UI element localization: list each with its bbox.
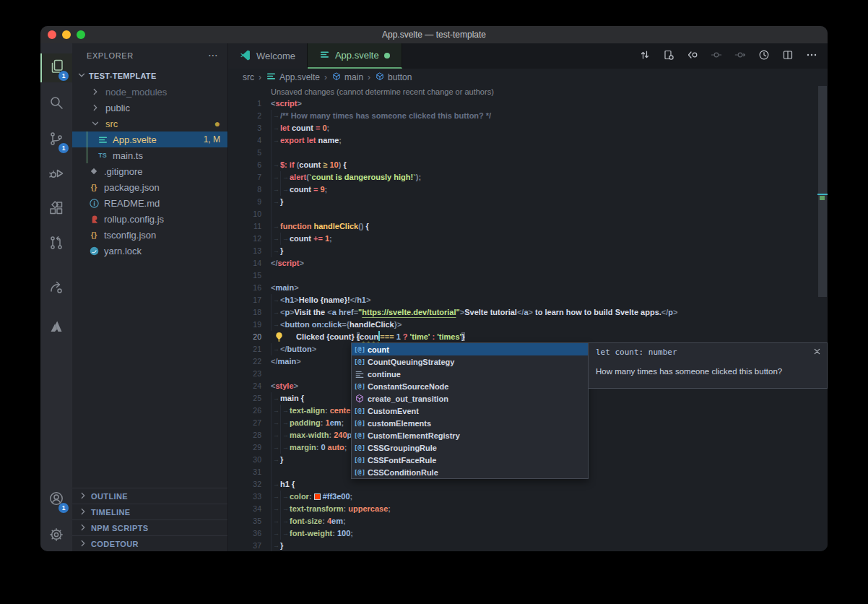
activity-item-accounts[interactable]: 1 (40, 486, 72, 514)
tree-item-src[interactable]: src● (72, 116, 227, 131)
tree-item-tsconfig-json[interactable]: {}tsconfig.json (72, 227, 227, 243)
previous-change-icon[interactable] (711, 49, 722, 64)
suggestion-item-customevent[interactable]: [@]CustomEvent (352, 405, 588, 417)
run-icon[interactable] (758, 49, 770, 64)
close-window-button[interactable] (48, 30, 56, 39)
code-line-12[interactable]: 12→→count += 1; (228, 233, 828, 245)
code-line-5[interactable]: 5 (228, 147, 828, 159)
tree-item-yarn-lock[interactable]: yarn.lock (72, 243, 227, 259)
activity-item-search[interactable] (40, 90, 72, 118)
tab-welcome[interactable]: Welcome (228, 43, 308, 69)
breadcrumb-item-main[interactable]: main (331, 72, 363, 84)
activity-item-source-control[interactable]: 1 (40, 126, 72, 155)
code-line-17[interactable]: 17→<h1>Hello {name}!</h1> (228, 294, 828, 306)
tree-item-label: rollup.config.js (104, 214, 164, 225)
line-number: 23 (228, 368, 261, 380)
code-line-15[interactable]: 15 (228, 269, 828, 282)
tree-item-app-svelte[interactable]: App.svelte1, M (72, 131, 227, 147)
tree-item-main-ts[interactable]: TSmain.ts (72, 147, 227, 163)
code-line-18[interactable]: 18→<p>Visit the <a href="https://svelte.… (228, 306, 828, 319)
next-change-icon[interactable] (734, 49, 746, 64)
explorer-more-actions-icon[interactable]: ⋯ (208, 49, 219, 61)
unsaved-dot-icon[interactable] (384, 53, 390, 59)
line-number: 15 (228, 269, 261, 282)
suggest-doc: How many times has someone clicked this … (589, 357, 827, 376)
activity-item-extensions[interactable] (40, 195, 72, 224)
tree-item--gitignore[interactable]: .gitignore (72, 163, 227, 179)
code-line-19[interactable]: 19→<button on:click={handleClick}> (228, 319, 828, 331)
suggestion-item-create_out_transition[interactable]: create_out_transition (352, 392, 588, 405)
more-actions-icon[interactable] (806, 49, 817, 64)
tab-app-svelte[interactable]: App.svelte (308, 43, 402, 69)
code-line-9[interactable]: 9→} (228, 196, 828, 208)
activity-item-explorer[interactable]: 1 (40, 53, 72, 82)
tree-item-rollup-config-js[interactable]: rollup.config.js (72, 211, 227, 227)
zoom-window-button[interactable] (77, 30, 85, 39)
suggestion-item-continue[interactable]: continue (352, 368, 588, 380)
code-line-2[interactable]: 2→/** How many times has someone clicked… (228, 110, 828, 122)
suggestion-item-constantsourcenode[interactable]: [@]ConstantSourceNode (352, 380, 588, 392)
code-line-20[interactable]: 20Clicked {count} {coun=== 1 ? 'time' : … (228, 331, 828, 343)
code-line-33[interactable]: 33→→color: #ff3e00; (228, 491, 828, 503)
code-line-35[interactable]: 35→→font-size: 4em; (228, 515, 828, 527)
breadcrumb-item-src[interactable]: src (243, 72, 254, 82)
code-line-34[interactable]: 34→→text-transform: uppercase; (228, 503, 828, 515)
suggestion-item-customelements[interactable]: [@]customElements (352, 417, 588, 429)
code-line-13[interactable]: 13→} (228, 245, 828, 257)
section-header-outline[interactable]: OUTLINE (72, 488, 227, 504)
activity-item-live-share[interactable] (40, 275, 72, 303)
suggestion-item-cssgroupingrule[interactable]: [@]CSSGroupingRule (352, 441, 588, 454)
breadcrumb-item-app-svelte[interactable]: App.svelte (266, 71, 320, 84)
code-line-3[interactable]: 3→let count = 0; (228, 122, 828, 134)
code-line-6[interactable]: 6→$: if (count ≥ 10) { (228, 159, 828, 171)
open-changes-icon[interactable] (663, 49, 674, 64)
code-line-10[interactable]: 10 (228, 208, 828, 220)
code-line-11[interactable]: 11→function handleClick() { (228, 220, 828, 233)
code-line-32[interactable]: 32→h1 { (228, 478, 828, 491)
toggle-blame-icon[interactable] (639, 49, 651, 64)
line-number: 21 (228, 343, 261, 355)
tree-root-test-template[interactable]: TEST-TEMPLATE (72, 68, 227, 84)
activity-item-settings[interactable] (40, 522, 72, 551)
line-number: 2 (228, 110, 261, 122)
suggest-signature: let count: number (589, 343, 827, 357)
activity-item-github-pull-requests[interactable] (40, 230, 72, 259)
color-swatch[interactable] (314, 493, 321, 500)
line-number: 30 (228, 454, 261, 466)
suggestion-item-count[interactable]: [@]count (352, 343, 588, 355)
tree-item-node-modules[interactable]: node_modules (72, 84, 227, 100)
suggestion-item-countqueuingstrategy[interactable]: [@]CountQueuingStrategy (352, 355, 588, 368)
code-line-7[interactable]: 7→→alert(`count is dangerously high!`); (228, 171, 828, 184)
code-line-4[interactable]: 4→export let name; (228, 134, 828, 147)
section-header-npm-scripts[interactable]: NPM SCRIPTS (72, 519, 227, 535)
activity-item-run-and-debug[interactable] (40, 160, 72, 189)
suggest-detail-panel: let count: number How many times has som… (589, 342, 828, 389)
code-editor[interactable]: Unsaved changes (cannot determine recent… (228, 86, 828, 551)
suggestion-item-cssconditionrule[interactable]: [@]CSSConditionRule (352, 466, 588, 478)
editor-scrollbar[interactable] (817, 86, 828, 551)
code-line-36[interactable]: 36→→font-weight: 100; (228, 527, 828, 540)
split-editor-icon[interactable] (782, 49, 794, 64)
lightbulb-icon[interactable] (274, 332, 285, 342)
titlebar[interactable]: App.svelte — test-template (40, 26, 828, 43)
activity-item-azure[interactable] (40, 314, 72, 342)
section-header-codetour[interactable]: CODETOUR (72, 535, 227, 551)
close-icon[interactable] (812, 346, 823, 356)
breadcrumb-item-button[interactable]: button (375, 72, 412, 84)
scrollbar-slider[interactable] (818, 86, 827, 297)
code-line-37[interactable]: 37→} (228, 540, 828, 551)
tree-item-package-json[interactable]: {}package.json (72, 179, 227, 195)
code-line-8[interactable]: 8→→count = 9; (228, 184, 828, 196)
symbol-var-icon: [@] (354, 383, 365, 390)
section-header-timeline[interactable]: TIMELINE (72, 504, 227, 519)
navigate-back-icon[interactable] (687, 49, 698, 64)
code-line-1[interactable]: 1<script> (228, 98, 828, 110)
code-line-14[interactable]: 14</script> (228, 257, 828, 269)
tree-item-public[interactable]: public (72, 100, 227, 116)
minimize-window-button[interactable] (62, 30, 71, 39)
code-line-16[interactable]: 16<main> (228, 282, 828, 294)
suggestion-item-customelementregistry[interactable]: [@]CustomElementRegistry (352, 429, 588, 441)
breadcrumb-label: App.svelte (279, 72, 320, 82)
suggestion-item-cssfontfacerule[interactable]: [@]CSSFontFaceRule (352, 454, 588, 466)
tree-item-readme-md[interactable]: README.md (72, 195, 227, 211)
